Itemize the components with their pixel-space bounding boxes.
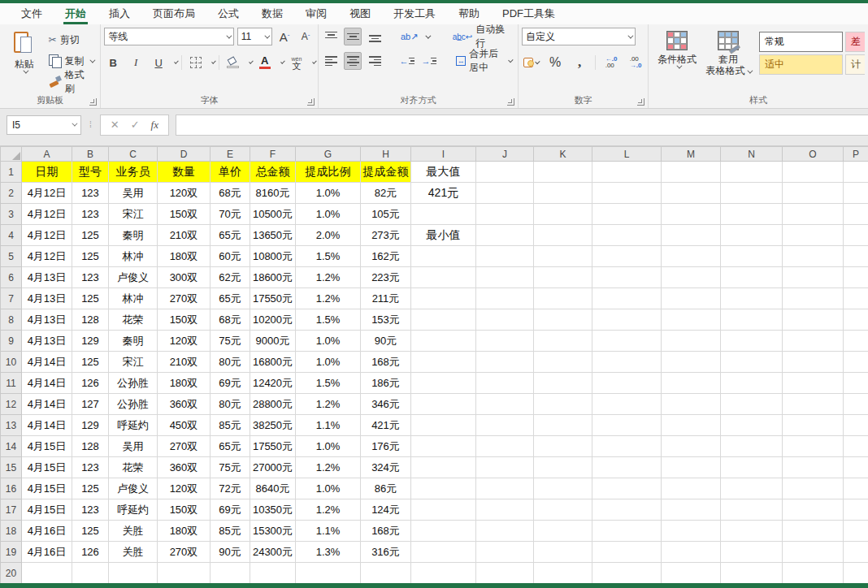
cell-O12[interactable] [783,394,844,415]
cell-J14[interactable] [476,436,534,457]
cell-L15[interactable] [592,457,662,478]
cell-E14[interactable]: 65元 [210,436,250,457]
cell-H1[interactable]: 提成金额 [361,162,411,183]
cell-M19[interactable] [662,542,721,563]
cell-K11[interactable] [534,373,592,394]
cell-K2[interactable] [534,183,592,204]
cell-N13[interactable] [721,415,783,436]
cell-A8[interactable]: 4月13日 [22,309,72,331]
cell-G1[interactable]: 提成比例 [296,162,361,183]
cell-I1[interactable]: 最大值 [411,162,476,183]
cell-C3[interactable]: 宋江 [109,204,158,225]
bold-button[interactable]: B [104,54,122,71]
cell-O11[interactable] [783,373,844,394]
percent-style-button[interactable]: % [546,54,564,71]
cell-C18[interactable]: 关胜 [109,521,158,542]
merge-center-button[interactable]: ↔ 合并后居中 [453,52,514,70]
chevron-down-icon[interactable] [280,59,285,64]
cell-D8[interactable]: 150双 [158,309,210,331]
row-header-6[interactable]: 6 [1,267,22,288]
cell-F9[interactable]: 9000元 [250,331,296,352]
cell-G15[interactable]: 1.2% [296,457,361,478]
cell-P3[interactable] [844,204,868,225]
align-bottom-button[interactable] [366,28,384,45]
paste-button[interactable]: 粘贴 [3,28,46,93]
cell-A11[interactable]: 4月14日 [22,373,72,394]
cell-H10[interactable]: 168元 [361,352,411,373]
cell-H13[interactable]: 421元 [361,415,411,436]
cell-I8[interactable] [411,309,476,331]
cell-N12[interactable] [721,394,783,415]
cancel-icon[interactable]: ✕ [111,119,119,131]
column-header-O[interactable]: O [783,147,844,162]
cell-K17[interactable] [534,499,592,521]
row-header-16[interactable]: 16 [1,478,22,499]
cell-G9[interactable]: 1.0% [296,331,361,352]
cell-M15[interactable] [662,457,721,478]
cell-D4[interactable]: 210双 [158,225,210,246]
cell-D7[interactable]: 270双 [158,288,210,309]
increase-indent-button[interactable]: → [420,52,438,70]
cell-O19[interactable] [783,542,844,563]
cell-K9[interactable] [534,331,592,352]
cell-N7[interactable] [721,288,783,309]
cell-F11[interactable]: 12420元 [250,373,296,394]
column-header-C[interactable]: C [109,147,158,162]
cell-N16[interactable] [721,478,783,499]
cell-F4[interactable]: 13650元 [250,225,296,246]
italic-button[interactable]: I [127,54,145,71]
cell-O14[interactable] [783,436,844,457]
cell-O18[interactable] [783,521,844,542]
cell-A10[interactable]: 4月14日 [22,352,72,373]
cell-P6[interactable] [844,267,868,288]
cell-C2[interactable]: 吴用 [109,183,158,204]
cell-A19[interactable]: 4月16日 [22,542,72,563]
cell-J10[interactable] [476,352,534,373]
ribbon-tab-数据[interactable]: 数据 [250,3,294,24]
cell-I19[interactable] [411,542,476,563]
cell-E13[interactable]: 85元 [210,415,250,436]
insert-function-icon[interactable]: fx [151,119,158,132]
cell-F1[interactable]: 总金额 [250,162,296,183]
cell-E5[interactable]: 60元 [210,246,250,267]
cell-O1[interactable] [783,162,844,183]
row-header-14[interactable]: 14 [1,436,22,457]
row-header-8[interactable]: 8 [1,309,22,331]
cell-K7[interactable] [534,288,592,309]
row-header-10[interactable]: 10 [1,352,22,373]
cell-P2[interactable] [844,183,868,204]
column-header-N[interactable]: N [721,147,783,162]
cell-L8[interactable] [592,309,662,331]
cell-F7[interactable]: 17550元 [250,288,296,309]
cell-B1[interactable]: 型号 [72,162,109,183]
cell-J1[interactable] [476,162,534,183]
cell-L9[interactable] [592,331,662,352]
cell-N5[interactable] [721,246,783,267]
cell-C6[interactable]: 卢俊义 [109,267,158,288]
cell-J15[interactable] [476,457,534,478]
cell-G16[interactable]: 1.0% [296,478,361,499]
cell-A9[interactable]: 4月13日 [22,331,72,352]
cell-H14[interactable]: 176元 [361,436,411,457]
cell-L14[interactable] [592,436,662,457]
chevron-down-icon[interactable] [174,59,179,64]
cell-M12[interactable] [662,394,721,415]
cell-B14[interactable]: 128 [72,436,109,457]
cell-I16[interactable] [411,478,476,499]
cell-O16[interactable] [783,478,844,499]
cell-D17[interactable]: 150双 [158,499,210,521]
cell-C10[interactable]: 宋江 [109,352,158,373]
cell-F8[interactable]: 10200元 [250,309,296,331]
cell-F18[interactable]: 15300元 [250,521,296,542]
cell-L5[interactable] [592,246,662,267]
cell-C14[interactable]: 吴用 [109,436,158,457]
row-header-20[interactable]: 20 [1,563,22,584]
cell-E2[interactable]: 68元 [210,183,250,204]
cell-H12[interactable]: 346元 [361,394,411,415]
cell-style-item[interactable]: 计 [845,54,865,75]
comma-style-button[interactable]: , [571,54,588,71]
align-left-button[interactable] [322,52,340,70]
cell-D11[interactable]: 180双 [158,373,210,394]
borders-button[interactable] [187,54,205,71]
cell-O4[interactable] [783,225,844,246]
